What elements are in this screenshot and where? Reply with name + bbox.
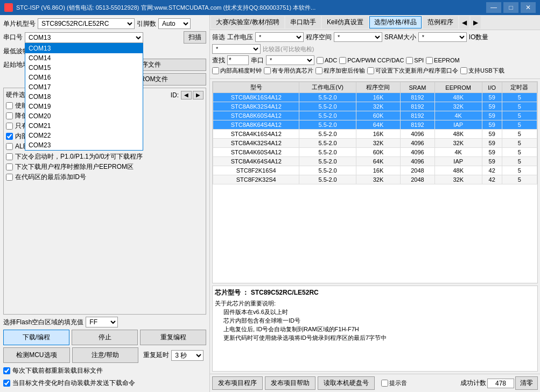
pca-checkbox[interactable] (339, 57, 346, 64)
table-cell: 16K (356, 166, 400, 175)
table-cell: 32K (356, 175, 400, 184)
info-line-1: 固件版本在v6.6及以上时 (223, 308, 535, 316)
table-row[interactable]: STC8F2K32S45.5-2.032K204832K425 (213, 175, 537, 184)
clear-button[interactable]: 清零 (515, 376, 538, 390)
hw-right-button[interactable]: ▶ (193, 91, 204, 99)
close-button[interactable]: ✕ (521, 2, 536, 13)
download-button[interactable]: 下载/编程 (3, 330, 69, 345)
ext-ram-checkbox[interactable] (6, 133, 13, 140)
watchdog-checkbox[interactable] (6, 123, 13, 130)
port-option-com13[interactable]: COM13 (25, 44, 143, 53)
port-select[interactable]: COM13 (25, 32, 143, 43)
read-hdd-button[interactable]: 读取本机硬盘号 (318, 376, 375, 390)
menu-next-arrow[interactable]: ▶ (471, 16, 481, 28)
menu-competition[interactable]: 大赛/实验室/教材/招聘 (211, 16, 284, 28)
flash-fill-label: 选择Flash空白区域的填充值 (3, 318, 83, 327)
publish-button[interactable]: 发布项目程序 (212, 376, 263, 390)
table-cell: 5 (502, 102, 537, 111)
port-option-com15[interactable]: COM15 (25, 63, 143, 73)
port-option-com24[interactable]: COM24 (25, 150, 143, 151)
prompt-group: 提示音 (381, 379, 407, 387)
mcu-select[interactable]: STC89C52RC/LE52RC (38, 18, 135, 29)
sram-select[interactable]: * (418, 32, 467, 42)
menu-serial[interactable]: 串口助手 (285, 16, 321, 28)
table-cell: 5 (502, 120, 537, 130)
prompt-checkbox[interactable] (381, 380, 388, 387)
boot-select[interactable]: Auto (158, 18, 191, 29)
mcu-row: 单片机型号 STC89C52RC/LE52RC 引脚数 Auto (3, 18, 206, 29)
table-row[interactable]: STC8F2K16S45.5-2.016K204848K425 (213, 166, 537, 175)
table-cell: 5.5-2.0 (299, 148, 356, 157)
table-scroll[interactable]: 型号工作电压(V)程序空间SRAMEEPROMI/O定时器 STC8A8K16S… (213, 82, 537, 283)
next-down-p10-checkbox[interactable] (6, 153, 13, 160)
table-row[interactable]: STC8A4K32S4A125.5-2.032K409632K595 (213, 139, 537, 148)
hw-left-button[interactable]: ◀ (181, 91, 192, 99)
maximize-button[interactable]: □ (503, 2, 518, 13)
encrypt-checkbox[interactable] (315, 67, 322, 74)
footer-check1-checkbox[interactable] (3, 367, 10, 374)
table-cell: 64K (356, 120, 400, 130)
detect-button[interactable]: 检测MCU选项 (3, 347, 70, 363)
table-row[interactable]: STC8A8K64S4A125.5-2.064K8192IAP595 (213, 120, 537, 130)
info-area: 芯片型号 ： STC89C52RC/LE52RC 关于此芯片的重要说明: 固件版… (212, 286, 538, 372)
io-select[interactable]: * (212, 44, 261, 54)
program-select[interactable]: * (334, 32, 382, 42)
port-option-com20[interactable]: COM20 (25, 111, 143, 121)
menu-keil[interactable]: Keil仿真设置 (322, 16, 368, 28)
table-row[interactable]: STC8A8K60S4A125.5-2.060K81924K595 (213, 111, 537, 120)
boot-label: 引脚数 (137, 19, 156, 28)
sim-chip-checkbox[interactable] (264, 67, 271, 74)
adc-checkbox[interactable] (317, 57, 324, 64)
table-cell: STC8A4K64S4A12 (213, 157, 299, 166)
port-option-com21[interactable]: COM21 (25, 121, 143, 131)
help-button[interactable]: 注意/帮助 (72, 347, 139, 363)
port-option-com17[interactable]: COM17 (25, 82, 143, 92)
table-row[interactable]: STC8A4K60S4A125.5-2.060K40964K595 (213, 148, 537, 157)
footer-check2-checkbox[interactable] (3, 380, 10, 387)
port-f-select[interactable]: * (266, 55, 314, 65)
table-row[interactable]: STC8A8K16S4A125.5-2.016K819248K595 (213, 93, 537, 102)
menu-selection[interactable]: 选型/价格/样品 (369, 16, 422, 28)
port-option-com23[interactable]: COM23 (25, 140, 143, 150)
port-option-com18[interactable]: COM18 (25, 92, 143, 102)
enable6-checkbox[interactable] (6, 102, 13, 109)
sim-chip-group: 有专用仿真芯片 (264, 67, 313, 75)
bottom-bar: 发布项目程序 发布项目帮助 读取本机硬盘号 提示音 成功计数 478 清零 (210, 374, 540, 392)
minimize-button[interactable]: — (486, 2, 501, 13)
stop-button[interactable]: 停止 (72, 330, 138, 345)
table-cell: 5.5-2.0 (299, 166, 356, 175)
eeprom-checkbox[interactable] (426, 57, 433, 64)
success-count-input[interactable]: 478 (487, 379, 514, 388)
internal-rtc-group: 内部高精度时钟 (212, 67, 262, 75)
col-header-I/O: I/O (482, 82, 502, 93)
usb-checkbox[interactable] (460, 67, 467, 74)
spi-checkbox[interactable] (406, 57, 413, 64)
table-row[interactable]: STC8A4K16S4A125.5-2.016K409648K595 (213, 130, 537, 139)
add-id-checkbox[interactable] (6, 174, 13, 181)
reduce-power-checkbox[interactable] (6, 112, 13, 119)
flash-fill-select[interactable]: FF (86, 317, 118, 327)
next-down-eep-checkbox[interactable] (6, 163, 13, 170)
port-option-com22[interactable]: COM22 (25, 131, 143, 140)
voltage-select[interactable]: * (255, 32, 304, 42)
reprogram-button[interactable]: 重复编程 (140, 330, 206, 345)
port-option-com14[interactable]: COM14 (25, 53, 143, 63)
port-option-com19[interactable]: COM19 (25, 102, 143, 111)
scan-button[interactable]: 扫描 (184, 31, 206, 44)
next-update-checkbox[interactable] (367, 67, 374, 74)
eeprom-label: EEPROM (434, 57, 460, 63)
port-option-com16[interactable]: COM16 (25, 73, 143, 82)
delay-select[interactable]: 3 秒 (171, 350, 204, 361)
table-cell: 32K (356, 139, 400, 148)
internal-rtc-checkbox[interactable] (212, 67, 219, 74)
table-row[interactable]: STC8A4K64S4A125.5-2.064K4096IAP595 (213, 157, 537, 166)
publish-help-button[interactable]: 发布项目帮助 (265, 376, 315, 390)
table-row[interactable]: STC8A8K32S4A125.5-2.032K819232K595 (213, 102, 537, 111)
menu-prev-arrow[interactable]: ◀ (459, 16, 469, 28)
find-input[interactable] (227, 55, 249, 65)
table-cell: 32K (434, 175, 482, 184)
ale-checkbox[interactable] (6, 143, 13, 150)
menu-example[interactable]: 范例程序 (423, 16, 458, 28)
table-cell: 59 (482, 102, 502, 111)
left-panel: 单片机型号 STC89C52RC/LE52RC 引脚数 Auto 串口号 COM… (0, 15, 210, 392)
